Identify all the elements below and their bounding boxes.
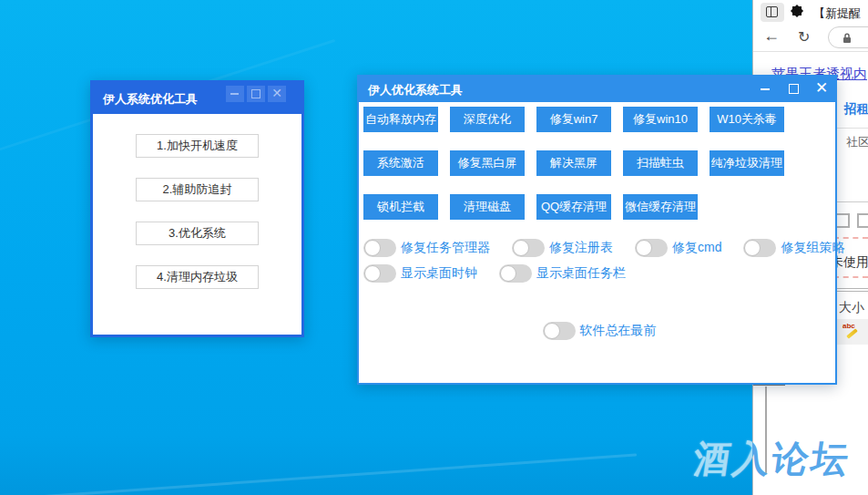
font-size-label[interactable]: 大小 (839, 300, 864, 316)
divider (837, 128, 868, 129)
fix-cmd-toggle[interactable] (635, 239, 668, 257)
tab-favicon-icon (791, 5, 802, 16)
fix-group-policy-toggle[interactable] (743, 239, 776, 257)
show-desktop-taskbar-toggle[interactable] (499, 264, 532, 283)
solve-black-screen-button[interactable]: 解决黑屏 (536, 150, 611, 176)
w10-disable-defender-button[interactable]: W10关杀毒 (710, 107, 784, 132)
close-button[interactable]: ✕ (268, 86, 286, 102)
tab-actions-button[interactable] (761, 3, 784, 22)
left-window-title: 伊人系统优化工具 (103, 91, 198, 108)
lock-icon (842, 32, 853, 45)
forum-watermark-overlay: 酒入论坛 (694, 434, 752, 487)
main-window-titlebar[interactable]: 伊人优化系统工具 ✕ (357, 75, 837, 102)
divider (837, 201, 868, 202)
always-on-top-toggle[interactable] (543, 322, 576, 340)
clean-memory-button[interactable]: 4.清理内存垃圾 (136, 265, 259, 289)
scan-pests-button[interactable]: 扫描蛀虫 (623, 150, 698, 176)
fix-registry-toggle[interactable] (512, 239, 545, 257)
qq-cache-clean-button[interactable]: QQ缓存清理 (536, 194, 611, 220)
refresh-button[interactable]: ↻ (798, 28, 810, 46)
wechat-cache-clean-button[interactable]: 微信缓存清理 (623, 194, 698, 220)
content-border (765, 387, 767, 474)
close-button[interactable]: ✕ (815, 82, 828, 95)
pure-junk-clean-button[interactable]: 纯净垃圾清理 (710, 150, 784, 176)
spellcheck-icon[interactable]: abc (842, 322, 861, 340)
address-bar[interactable] (828, 26, 868, 48)
left-window-body: 1.加快开机速度 2.辅助防追封 3.优化系统 4.清理内存垃圾 (93, 114, 301, 335)
main-window-body: 自动释放内存 深度优化 修复win7 修复win10 W10关杀毒 系统激活 修… (359, 102, 835, 383)
minimize-button[interactable] (226, 86, 244, 102)
maximize-button[interactable] (787, 82, 800, 95)
wallpaper-light-ray (0, 453, 637, 495)
deep-optimize-button[interactable]: 深度优化 (450, 107, 525, 132)
clean-disk-button[interactable]: 清理磁盘 (450, 194, 525, 220)
browser-toolbar: ← ↻ (753, 24, 868, 52)
vertical-tabs-icon (766, 6, 778, 17)
fix-win10-button[interactable]: 修复win10 (623, 107, 698, 132)
optimize-system-button[interactable]: 3.优化系统 (136, 222, 259, 245)
system-optimizer-window: 伊人系统优化工具 ✕ 1.加快开机速度 2.辅助防追封 3.优化系统 4.清理内… (90, 80, 304, 337)
forum-column-header: 社区 (846, 134, 868, 150)
checkbox[interactable] (835, 213, 850, 228)
browser-tab-bar: 【新提醒 (753, 0, 868, 24)
optimizer-tool-window: 伊人优化系统工具 ✕ 自动释放内存 深度优化 修复win7 修复win10 W1… (357, 75, 837, 385)
minimize-button[interactable] (759, 82, 771, 95)
editor-toolbar: abc (833, 319, 868, 345)
maximize-button[interactable] (247, 86, 265, 102)
tab-title[interactable]: 【新提醒 (813, 5, 861, 22)
dashed-separator (833, 276, 868, 278)
show-desktop-clock-toggle[interactable] (363, 264, 396, 283)
auto-free-memory-button[interactable]: 自动释放内存 (363, 107, 438, 132)
ad-link[interactable]: 招租 (844, 101, 868, 118)
main-window-title: 伊人优化系统工具 (368, 82, 463, 98)
fix-task-manager-toggle[interactable] (363, 239, 396, 257)
fix-win7-button[interactable]: 修复win7 (536, 107, 611, 132)
back-button[interactable]: ← (763, 26, 780, 46)
speedup-boot-button[interactable]: 1.加快开机速度 (136, 134, 259, 158)
anti-ban-button[interactable]: 2.辅助防追封 (136, 178, 259, 201)
checkbox[interactable] (857, 213, 868, 228)
left-window-titlebar[interactable]: 伊人系统优化工具 ✕ (90, 80, 304, 114)
lock-intercept-button[interactable]: 锁机拦截 (363, 194, 438, 220)
desktop: 【新提醒 ← ↻ 苹果王者透视内 招租 社区 未使用 大小 abc (0, 0, 868, 495)
fix-blackwhite-screen-button[interactable]: 修复黑白屏 (450, 150, 525, 176)
activate-system-button[interactable]: 系统激活 (363, 150, 438, 176)
